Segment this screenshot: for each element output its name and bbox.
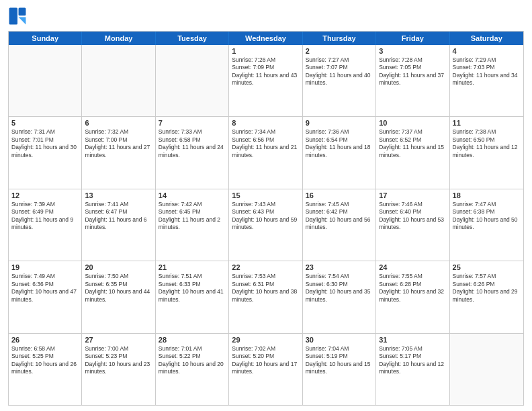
day-number: 4 xyxy=(453,47,521,55)
day-cell: 23Sunrise: 7:54 AMSunset: 6:30 PMDayligh… xyxy=(303,261,376,332)
week-row-5: 26Sunrise: 6:58 AMSunset: 5:25 PMDayligh… xyxy=(9,333,523,405)
day-info: Sunrise: 7:43 AMSunset: 6:43 PMDaylight:… xyxy=(232,201,299,232)
day-header-sunday: Sunday xyxy=(9,32,82,45)
day-info: Sunrise: 7:02 AMSunset: 5:20 PMDaylight:… xyxy=(232,345,299,376)
day-cell xyxy=(9,45,82,116)
day-cell: 21Sunrise: 7:51 AMSunset: 6:33 PMDayligh… xyxy=(156,261,229,332)
day-info: Sunrise: 7:54 AMSunset: 6:30 PMDaylight:… xyxy=(306,273,373,304)
day-cell: 4Sunrise: 7:29 AMSunset: 7:03 PMDaylight… xyxy=(450,45,523,116)
day-cell: 5Sunrise: 7:31 AMSunset: 7:01 PMDaylight… xyxy=(9,117,82,188)
svg-rect-0 xyxy=(9,8,17,25)
day-header-friday: Friday xyxy=(376,32,449,45)
day-cell: 18Sunrise: 7:47 AMSunset: 6:38 PMDayligh… xyxy=(450,189,523,261)
day-info: Sunrise: 7:38 AMSunset: 6:50 PMDaylight:… xyxy=(453,128,521,159)
day-cell: 1Sunrise: 7:26 AMSunset: 7:09 PMDaylight… xyxy=(229,45,302,116)
day-cell: 27Sunrise: 7:00 AMSunset: 5:23 PMDayligh… xyxy=(82,334,155,405)
day-number: 30 xyxy=(306,336,373,344)
logo-icon xyxy=(8,7,27,26)
day-number: 14 xyxy=(159,191,226,199)
day-number: 1 xyxy=(232,47,299,55)
day-number: 5 xyxy=(11,119,79,127)
day-cell: 6Sunrise: 7:32 AMSunset: 7:00 PMDaylight… xyxy=(82,117,155,188)
day-cell: 26Sunrise: 6:58 AMSunset: 5:25 PMDayligh… xyxy=(9,334,82,405)
week-row-2: 5Sunrise: 7:31 AMSunset: 7:01 PMDaylight… xyxy=(9,116,523,188)
day-number: 23 xyxy=(306,263,373,271)
svg-marker-2 xyxy=(19,17,26,25)
day-cell: 12Sunrise: 7:39 AMSunset: 6:49 PMDayligh… xyxy=(9,189,82,261)
day-cell: 15Sunrise: 7:43 AMSunset: 6:43 PMDayligh… xyxy=(229,189,302,261)
day-number: 21 xyxy=(159,263,226,271)
header xyxy=(8,7,524,26)
day-cell: 30Sunrise: 7:04 AMSunset: 5:19 PMDayligh… xyxy=(303,334,376,405)
day-cell: 13Sunrise: 7:41 AMSunset: 6:47 PMDayligh… xyxy=(82,189,155,261)
day-info: Sunrise: 7:39 AMSunset: 6:49 PMDaylight:… xyxy=(11,201,79,232)
calendar: SundayMondayTuesdayWednesdayThursdayFrid… xyxy=(8,31,524,406)
day-number: 25 xyxy=(453,263,521,271)
day-cell: 22Sunrise: 7:53 AMSunset: 6:31 PMDayligh… xyxy=(229,261,302,332)
week-row-1: 1Sunrise: 7:26 AMSunset: 7:09 PMDaylight… xyxy=(9,45,523,116)
day-cell: 11Sunrise: 7:38 AMSunset: 6:50 PMDayligh… xyxy=(450,117,523,188)
calendar-page: SundayMondayTuesdayWednesdayThursdayFrid… xyxy=(0,0,532,411)
day-number: 15 xyxy=(232,191,299,199)
day-info: Sunrise: 7:33 AMSunset: 6:58 PMDaylight:… xyxy=(159,128,226,159)
day-header-tuesday: Tuesday xyxy=(156,32,229,45)
day-number: 22 xyxy=(232,263,299,271)
day-cell: 17Sunrise: 7:46 AMSunset: 6:40 PMDayligh… xyxy=(376,189,449,261)
day-info: Sunrise: 7:46 AMSunset: 6:40 PMDaylight:… xyxy=(379,201,446,232)
day-number: 29 xyxy=(232,336,299,344)
day-cell: 20Sunrise: 7:50 AMSunset: 6:35 PMDayligh… xyxy=(82,261,155,332)
day-number: 8 xyxy=(232,119,299,127)
day-info: Sunrise: 7:27 AMSunset: 7:07 PMDaylight:… xyxy=(306,56,373,87)
day-cell: 31Sunrise: 7:05 AMSunset: 5:17 PMDayligh… xyxy=(376,334,449,405)
day-cell: 19Sunrise: 7:49 AMSunset: 6:36 PMDayligh… xyxy=(9,261,82,332)
day-cell: 3Sunrise: 7:28 AMSunset: 7:05 PMDaylight… xyxy=(376,45,449,116)
day-info: Sunrise: 7:01 AMSunset: 5:22 PMDaylight:… xyxy=(159,345,226,376)
day-number: 18 xyxy=(453,191,521,199)
day-cell: 14Sunrise: 7:42 AMSunset: 6:45 PMDayligh… xyxy=(156,189,229,261)
day-info: Sunrise: 7:26 AMSunset: 7:09 PMDaylight:… xyxy=(232,56,299,87)
logo xyxy=(8,7,30,26)
day-cell xyxy=(82,45,155,116)
day-number: 10 xyxy=(379,119,446,127)
day-info: Sunrise: 7:55 AMSunset: 6:28 PMDaylight:… xyxy=(379,273,446,304)
day-number: 26 xyxy=(11,336,79,344)
day-cell: 8Sunrise: 7:34 AMSunset: 6:56 PMDaylight… xyxy=(229,117,302,188)
day-info: Sunrise: 7:28 AMSunset: 7:05 PMDaylight:… xyxy=(379,56,446,87)
day-info: Sunrise: 7:50 AMSunset: 6:35 PMDaylight:… xyxy=(85,273,152,304)
day-cell: 29Sunrise: 7:02 AMSunset: 5:20 PMDayligh… xyxy=(229,334,302,405)
day-number: 7 xyxy=(159,119,226,127)
day-number: 9 xyxy=(306,119,373,127)
day-info: Sunrise: 7:51 AMSunset: 6:33 PMDaylight:… xyxy=(159,273,226,304)
day-info: Sunrise: 7:29 AMSunset: 7:03 PMDaylight:… xyxy=(453,56,521,87)
day-info: Sunrise: 7:05 AMSunset: 5:17 PMDaylight:… xyxy=(379,345,446,376)
day-header-monday: Monday xyxy=(82,32,155,45)
day-header-thursday: Thursday xyxy=(303,32,376,45)
day-info: Sunrise: 7:32 AMSunset: 7:00 PMDaylight:… xyxy=(85,128,152,159)
day-info: Sunrise: 7:37 AMSunset: 6:52 PMDaylight:… xyxy=(379,128,446,159)
day-number: 28 xyxy=(159,336,226,344)
day-cell: 10Sunrise: 7:37 AMSunset: 6:52 PMDayligh… xyxy=(376,117,449,188)
day-cell: 24Sunrise: 7:55 AMSunset: 6:28 PMDayligh… xyxy=(376,261,449,332)
day-cell: 28Sunrise: 7:01 AMSunset: 5:22 PMDayligh… xyxy=(156,334,229,405)
day-cell xyxy=(156,45,229,116)
day-info: Sunrise: 7:04 AMSunset: 5:19 PMDaylight:… xyxy=(306,345,373,376)
day-cell: 25Sunrise: 7:57 AMSunset: 6:26 PMDayligh… xyxy=(450,261,523,332)
day-number: 24 xyxy=(379,263,446,271)
day-number: 3 xyxy=(379,47,446,55)
day-cell: 2Sunrise: 7:27 AMSunset: 7:07 PMDaylight… xyxy=(303,45,376,116)
svg-rect-1 xyxy=(19,8,26,16)
day-info: Sunrise: 7:53 AMSunset: 6:31 PMDaylight:… xyxy=(232,273,299,304)
day-cell: 9Sunrise: 7:36 AMSunset: 6:54 PMDaylight… xyxy=(303,117,376,188)
day-number: 31 xyxy=(379,336,446,344)
day-number: 12 xyxy=(11,191,79,199)
day-header-saturday: Saturday xyxy=(450,32,523,45)
day-header-wednesday: Wednesday xyxy=(229,32,302,45)
day-info: Sunrise: 7:34 AMSunset: 6:56 PMDaylight:… xyxy=(232,128,299,159)
day-number: 27 xyxy=(85,336,152,344)
day-info: Sunrise: 7:31 AMSunset: 7:01 PMDaylight:… xyxy=(11,128,79,159)
day-number: 19 xyxy=(11,263,79,271)
day-headers: SundayMondayTuesdayWednesdayThursdayFrid… xyxy=(9,32,523,45)
week-row-3: 12Sunrise: 7:39 AMSunset: 6:49 PMDayligh… xyxy=(9,189,523,261)
day-cell xyxy=(450,334,523,405)
week-row-4: 19Sunrise: 7:49 AMSunset: 6:36 PMDayligh… xyxy=(9,261,523,332)
